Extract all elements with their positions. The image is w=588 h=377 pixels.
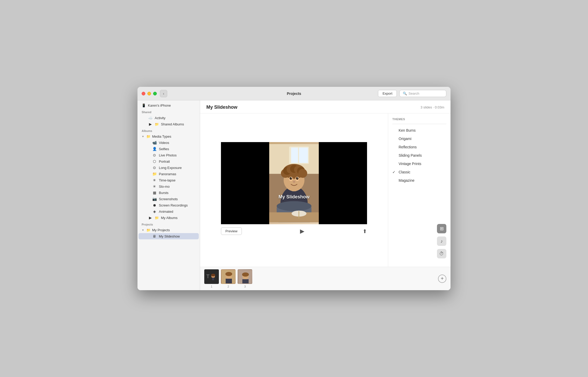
sidebar-item-karens-iphone[interactable]: 📱 Karen's iPhone xyxy=(137,102,200,108)
long-exposure-icon: ⊙ xyxy=(152,166,157,170)
filmstrip-num-3: 3 xyxy=(244,285,246,288)
sidebar-item-activity[interactable]: ☁️ Activity xyxy=(139,115,199,121)
theme-vintage-prints[interactable]: Vintage Prints xyxy=(388,160,451,168)
play-button[interactable]: ▶ xyxy=(300,228,304,235)
video-black-right xyxy=(319,142,367,224)
search-bar[interactable]: 🔍 Search xyxy=(399,90,446,97)
my-albums-folder-icon: 📁 xyxy=(155,216,159,220)
sidebar-item-portrait[interactable]: ⬡ Portrait xyxy=(139,158,199,165)
close-button[interactable] xyxy=(142,92,145,95)
filmstrip-thumb-3 xyxy=(238,269,252,284)
sidebar-media-types-group[interactable]: ▼ 📁 Media Types xyxy=(137,133,200,139)
filmstrip-num-1: 1 xyxy=(211,285,212,288)
iphone-icon: 📱 xyxy=(142,104,146,107)
media-types-label: Media Types xyxy=(152,135,171,138)
content-area: My Slideshow 3 slides · 0:03m xyxy=(200,100,451,290)
sidebar-item-screen-recordings[interactable]: ⏺ Screen Recordings xyxy=(139,202,199,208)
sidebar-item-timelapse[interactable]: ✳ Time-lapse xyxy=(139,177,199,183)
svg-point-19 xyxy=(290,177,292,180)
timelapse-label: Time-lapse xyxy=(159,178,176,182)
sidebar-my-projects-group[interactable]: ▼ 📁 My Projects xyxy=(137,227,200,233)
sidebar-item-long-exposure[interactable]: ⊙ Long Exposure xyxy=(139,165,199,171)
activity-icon: ☁️ xyxy=(148,116,153,120)
svg-point-25 xyxy=(277,201,311,211)
live-photos-icon: ⊙ xyxy=(152,153,157,157)
svg-point-23 xyxy=(293,181,295,183)
video-title-overlay: My Slideshow xyxy=(221,194,367,200)
share-button[interactable]: ⬆ xyxy=(363,228,367,234)
svg-point-21 xyxy=(291,178,292,178)
theme-sliding-panels[interactable]: Sliding Panels xyxy=(388,151,451,160)
sidebar-item-my-slideshow[interactable]: 🖥 My Slideshow xyxy=(139,233,199,239)
theme-label-sliding-panels: Sliding Panels xyxy=(399,153,422,157)
slideshow-view-button[interactable]: ⊞ xyxy=(437,224,446,233)
projects-folder-icon: 📁 xyxy=(146,228,151,232)
svg-rect-40 xyxy=(242,279,249,284)
slomo-label: Slo-mo xyxy=(159,185,170,188)
filmstrip-slide-1[interactable]: T 1 xyxy=(204,269,219,288)
add-slide-button[interactable]: + xyxy=(438,275,446,283)
sidebar-item-slomo[interactable]: ✳ Slo-mo xyxy=(139,183,199,190)
video-photo xyxy=(269,142,319,224)
music-button[interactable]: ♪ xyxy=(437,236,446,246)
sidebar-item-animated[interactable]: ◈ Animated xyxy=(139,208,199,215)
fullscreen-button[interactable] xyxy=(153,92,157,95)
expand-my-albums-icon: ▶ xyxy=(148,216,153,220)
back-icon: ‹ xyxy=(163,92,164,96)
minimize-button[interactable] xyxy=(147,92,151,95)
theme-check-classic: ✓ xyxy=(392,170,397,174)
shared-section-header: Shared xyxy=(137,108,200,115)
sidebar-item-videos[interactable]: 📹 Videos xyxy=(139,139,199,146)
bursts-icon: ▦ xyxy=(152,191,157,195)
slide1-face xyxy=(209,273,217,280)
timer-button[interactable]: ⏱ xyxy=(437,249,446,258)
sidebar-item-selfies[interactable]: 👤 Selfies xyxy=(139,146,199,152)
my-projects-label: My Projects xyxy=(152,228,170,232)
slideshow-icon: 🖥 xyxy=(152,234,157,238)
export-button[interactable]: Export xyxy=(378,90,397,97)
activity-label: Activity xyxy=(155,116,165,120)
svg-point-16 xyxy=(298,169,307,178)
main-content: 📱 Karen's iPhone Shared ☁️ Activity ▶ 📁 … xyxy=(137,100,451,290)
slideshow-title: My Slideshow xyxy=(206,105,237,110)
portrait-icon: ⬡ xyxy=(152,159,157,163)
sidebar-item-panoramas[interactable]: 📁 Panoramas xyxy=(139,171,199,177)
theme-label-vintage-prints: Vintage Prints xyxy=(399,162,421,166)
sidebar-item-live-photos[interactable]: ⊙ Live Photos xyxy=(139,152,199,158)
preview-themes-area: My Slideshow Preview ▶ ⬆ xyxy=(200,113,451,267)
svg-point-35 xyxy=(225,272,232,276)
filmstrip-slide-3[interactable]: 3 xyxy=(238,269,252,288)
karens-iphone-label: Karen's iPhone xyxy=(148,104,171,107)
preview-button[interactable]: Preview xyxy=(221,227,242,235)
my-slideshow-sidebar-label: My Slideshow xyxy=(159,234,180,238)
shared-albums-label: Shared Albums xyxy=(161,122,184,126)
video-controls: Preview ▶ ⬆ xyxy=(221,224,367,238)
videos-label: Videos xyxy=(159,141,169,145)
sidebar-item-my-albums[interactable]: ▶ 📁 My Albums xyxy=(139,215,199,221)
back-button[interactable]: ‹ xyxy=(160,90,167,97)
theme-ken-burns[interactable]: Ken Burns xyxy=(388,126,451,135)
play-icon: ▶ xyxy=(300,228,304,234)
svg-point-39 xyxy=(242,272,249,277)
sidebar-item-screenshots[interactable]: 📷 Screenshots xyxy=(139,196,199,202)
theme-reflections[interactable]: Reflections xyxy=(388,143,451,151)
bursts-label: Bursts xyxy=(159,191,169,195)
shared-albums-arrow: ▶ xyxy=(148,122,153,126)
svg-rect-32 xyxy=(212,278,214,280)
sidebar-item-bursts[interactable]: ▦ Bursts xyxy=(139,190,199,196)
theme-origami[interactable]: Origami xyxy=(388,135,451,143)
svg-point-22 xyxy=(297,178,298,178)
theme-classic[interactable]: ✓ Classic xyxy=(388,168,451,176)
filmstrip-slide-2[interactable]: 2 xyxy=(221,269,236,288)
svg-point-20 xyxy=(296,177,299,180)
filmstrip-num-2: 2 xyxy=(227,285,229,288)
slide2-thumb xyxy=(221,270,236,284)
theme-magazine[interactable]: Magazine xyxy=(388,176,451,185)
timer-icon: ⏱ xyxy=(439,251,444,257)
slomo-icon: ✳ xyxy=(152,184,157,188)
theme-label-ken-burns: Ken Burns xyxy=(399,128,416,132)
animated-label: Animated xyxy=(159,210,173,214)
share-icon: ⬆ xyxy=(363,228,367,234)
theme-label-magazine: Magazine xyxy=(399,178,415,183)
sidebar-item-shared-albums[interactable]: ▶ 📁 Shared Albums xyxy=(139,121,199,127)
